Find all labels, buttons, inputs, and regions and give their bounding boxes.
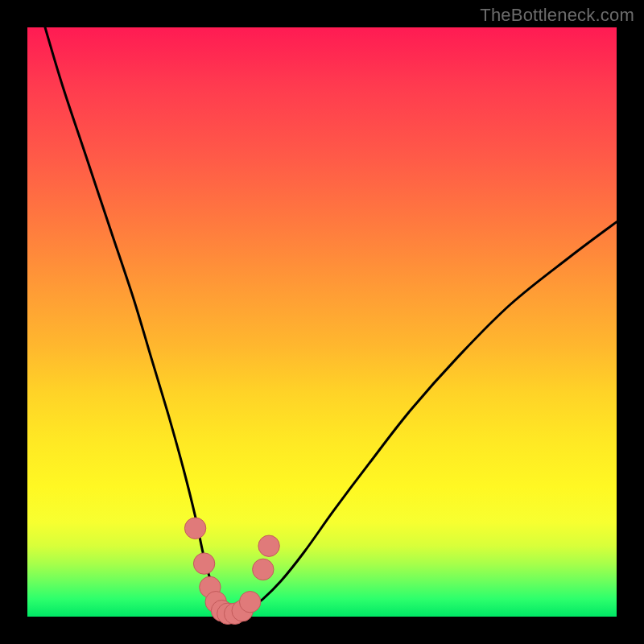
bottleneck-curve [45,27,617,615]
watermark-text: TheBottleneck.com [480,5,634,26]
curve-marker [240,592,261,613]
chart-frame: TheBottleneck.com [0,0,644,644]
plot-area [27,27,617,617]
bottleneck-curve-svg [27,27,617,617]
curve-marker [258,535,279,556]
curve-markers [184,518,279,625]
curve-marker [253,559,274,580]
curve-marker [184,518,205,539]
curve-marker [193,553,214,574]
